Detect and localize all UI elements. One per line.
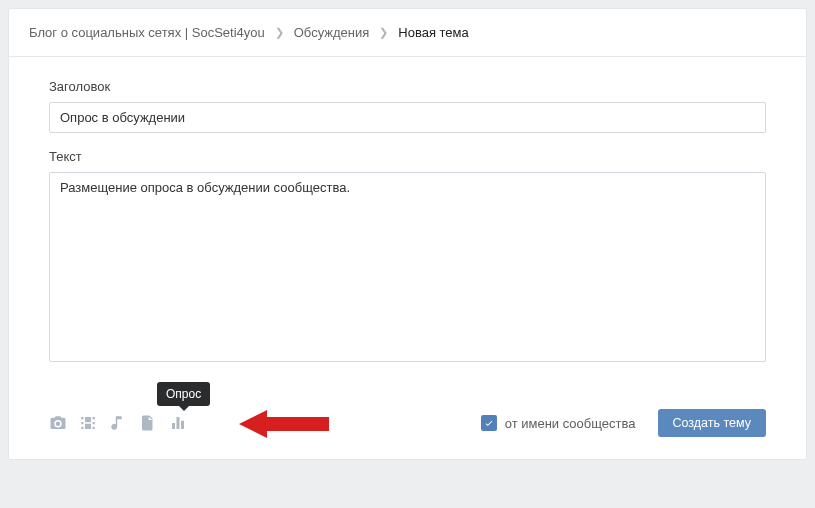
create-topic-button[interactable]: Создать тему bbox=[658, 409, 767, 437]
camera-icon[interactable] bbox=[49, 414, 67, 432]
video-icon[interactable] bbox=[79, 414, 97, 432]
as-community-label: от имени сообщества bbox=[505, 416, 636, 431]
body-textarea[interactable] bbox=[49, 172, 766, 362]
breadcrumb: Блог о социальных сетях | SocSeti4you ❯ … bbox=[9, 9, 806, 57]
breadcrumb-group[interactable]: Блог о социальных сетях | SocSeti4you bbox=[29, 25, 265, 40]
music-icon[interactable] bbox=[109, 414, 127, 432]
form-area: Заголовок Текст bbox=[9, 57, 806, 459]
title-label: Заголовок bbox=[49, 79, 766, 94]
attach-toolbar: Опрос bbox=[49, 414, 187, 432]
checkmark-icon bbox=[481, 415, 497, 431]
breadcrumb-current: Новая тема bbox=[398, 25, 468, 40]
poll-icon[interactable] bbox=[169, 414, 187, 432]
annotation-arrow bbox=[239, 404, 329, 444]
footer-row: Опрос от имени сообщества Создать тему bbox=[49, 409, 766, 437]
document-icon[interactable] bbox=[139, 414, 157, 432]
title-input[interactable] bbox=[49, 102, 766, 133]
chevron-right-icon: ❯ bbox=[275, 26, 284, 39]
svg-marker-0 bbox=[239, 410, 329, 438]
body-label: Текст bbox=[49, 149, 766, 164]
chevron-right-icon: ❯ bbox=[379, 26, 388, 39]
breadcrumb-section[interactable]: Обсуждения bbox=[294, 25, 370, 40]
topic-create-card: Блог о социальных сетях | SocSeti4you ❯ … bbox=[8, 8, 807, 460]
poll-tooltip: Опрос bbox=[157, 382, 210, 406]
as-community-checkbox[interactable]: от имени сообщества bbox=[481, 415, 636, 431]
